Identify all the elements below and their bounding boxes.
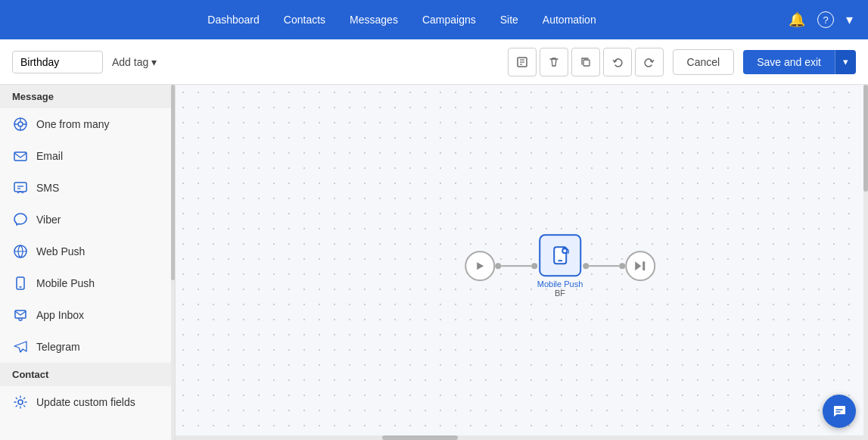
delete-button[interactable] bbox=[540, 48, 568, 76]
svg-rect-4 bbox=[583, 60, 590, 66]
save-dropdown-button[interactable]: ▾ bbox=[835, 50, 856, 74]
connector-dot-1 bbox=[495, 263, 501, 269]
user-dropdown-icon[interactable]: ▾ bbox=[846, 11, 853, 28]
flow-diagram: Mobile Push BF bbox=[465, 234, 656, 298]
connector-bar-1 bbox=[501, 265, 531, 267]
start-node bbox=[465, 251, 495, 281]
chat-bubble-icon bbox=[831, 403, 848, 420]
svg-point-19 bbox=[563, 249, 566, 252]
sidebar-label-one-from-many: One from many bbox=[36, 118, 109, 130]
topnav-right: 🔔 ? ▾ bbox=[789, 11, 853, 28]
svg-point-6 bbox=[18, 122, 23, 126]
nav-contacts[interactable]: Contacts bbox=[284, 14, 325, 26]
nav-site[interactable]: Site bbox=[500, 14, 518, 26]
connector-dot-3 bbox=[583, 263, 589, 269]
sidebar-label-update-custom-fields: Update custom fields bbox=[36, 396, 135, 408]
topnav-links: Dashboard Contacts Messages Campaigns Si… bbox=[15, 14, 789, 26]
add-tag-button[interactable]: Add tag ▾ bbox=[112, 56, 157, 68]
sidebar-label-web-push: Web Push bbox=[36, 245, 85, 257]
nav-messages[interactable]: Messages bbox=[350, 14, 398, 26]
canvas-right-scrollbar-thumb[interactable] bbox=[863, 85, 868, 192]
sidebar-section-message: Message bbox=[0, 85, 175, 108]
end-node-circle[interactable] bbox=[625, 251, 655, 281]
connector-dot-2 bbox=[531, 263, 537, 269]
sidebar-item-telegram[interactable]: Telegram bbox=[0, 331, 175, 363]
chat-bubble-button[interactable] bbox=[823, 395, 856, 428]
mobile-push-node-sublabel: BF bbox=[555, 289, 565, 298]
connector-dot-4 bbox=[619, 263, 625, 269]
one-from-many-icon bbox=[12, 116, 29, 133]
app-inbox-icon bbox=[12, 307, 29, 323]
svg-rect-8 bbox=[14, 183, 26, 192]
sidebar-label-mobile-push: Mobile Push bbox=[36, 277, 95, 289]
toolbar: Add tag ▾ bbox=[0, 39, 868, 85]
canvas-bottom-scrollbar-thumb[interactable] bbox=[382, 435, 458, 440]
sidebar-section-contact: Contact bbox=[0, 363, 175, 386]
sidebar-item-sms[interactable]: SMS bbox=[0, 172, 175, 204]
sidebar-item-one-from-many[interactable]: One from many bbox=[0, 108, 175, 140]
sidebar-scrollbar-track bbox=[171, 85, 175, 440]
save-dropdown-chevron-icon: ▾ bbox=[843, 56, 848, 67]
redo-button[interactable] bbox=[635, 48, 664, 76]
save-button-group: Save and exit ▾ bbox=[743, 50, 856, 74]
nav-campaigns[interactable]: Campaigns bbox=[422, 14, 476, 26]
sidebar-label-viber: Viber bbox=[36, 214, 61, 226]
svg-rect-7 bbox=[14, 152, 26, 161]
sidebar-label-sms: SMS bbox=[36, 182, 59, 194]
viber-icon bbox=[12, 211, 29, 228]
sidebar-item-app-inbox[interactable]: App Inbox bbox=[0, 299, 175, 331]
help-icon[interactable]: ? bbox=[817, 11, 834, 28]
nav-dashboard[interactable]: Dashboard bbox=[207, 14, 260, 26]
note-button[interactable] bbox=[508, 48, 537, 76]
main-layout: Message One from many Email bbox=[0, 85, 868, 440]
toolbar-actions bbox=[508, 48, 664, 76]
add-tag-chevron-icon: ▾ bbox=[151, 56, 157, 68]
svg-marker-21 bbox=[635, 261, 641, 270]
redo-icon bbox=[643, 56, 655, 68]
sidebar-label-email: Email bbox=[36, 150, 63, 162]
play-icon bbox=[474, 261, 485, 271]
canvas-bottom-scrollbar-track bbox=[176, 435, 863, 440]
save-and-exit-button[interactable]: Save and exit bbox=[743, 50, 835, 74]
sidebar: Message One from many Email bbox=[0, 85, 176, 440]
mobile-push-node-box[interactable] bbox=[539, 234, 581, 276]
sidebar-scrollbar-thumb[interactable] bbox=[171, 85, 175, 280]
bell-icon[interactable]: 🔔 bbox=[789, 11, 805, 28]
mobile-push-node: Mobile Push BF bbox=[537, 234, 583, 298]
sidebar-item-email[interactable]: Email bbox=[0, 140, 175, 172]
end-icon bbox=[633, 259, 647, 273]
connector-bar-2 bbox=[589, 265, 619, 267]
end-node bbox=[625, 251, 655, 281]
mobile-push-node-icon bbox=[549, 245, 571, 266]
web-push-icon bbox=[12, 243, 29, 260]
canvas-right-scrollbar-track bbox=[863, 85, 868, 440]
telegram-icon bbox=[12, 339, 29, 355]
update-custom-fields-icon bbox=[12, 394, 29, 410]
connector-1 bbox=[495, 263, 537, 269]
sidebar-item-update-custom-fields[interactable]: Update custom fields bbox=[0, 386, 175, 418]
copy-icon bbox=[580, 56, 592, 68]
canvas: Mobile Push BF bbox=[176, 85, 868, 440]
undo-icon bbox=[611, 56, 624, 68]
svg-point-14 bbox=[18, 400, 23, 404]
sidebar-item-web-push[interactable]: Web Push bbox=[0, 236, 175, 267]
copy-button[interactable] bbox=[571, 48, 600, 76]
svg-rect-20 bbox=[642, 261, 645, 270]
add-tag-label: Add tag bbox=[112, 56, 148, 68]
start-node-circle[interactable] bbox=[465, 251, 495, 281]
sidebar-label-app-inbox: App Inbox bbox=[36, 309, 84, 321]
sidebar-item-mobile-push[interactable]: Mobile Push bbox=[0, 267, 175, 299]
trash-icon bbox=[548, 56, 560, 68]
sms-icon bbox=[12, 179, 29, 196]
topnav: Dashboard Contacts Messages Campaigns Si… bbox=[0, 0, 868, 39]
nav-automation[interactable]: Automation bbox=[543, 14, 596, 26]
undo-button[interactable] bbox=[603, 48, 632, 76]
cancel-button[interactable]: Cancel bbox=[673, 49, 735, 75]
mobile-push-node-label: Mobile Push bbox=[537, 279, 583, 289]
sidebar-label-telegram: Telegram bbox=[36, 341, 80, 353]
note-icon bbox=[516, 56, 528, 68]
svg-marker-15 bbox=[477, 262, 484, 270]
sidebar-item-viber[interactable]: Viber bbox=[0, 204, 175, 236]
connector-2 bbox=[583, 263, 625, 269]
automation-title-input[interactable] bbox=[12, 51, 103, 73]
